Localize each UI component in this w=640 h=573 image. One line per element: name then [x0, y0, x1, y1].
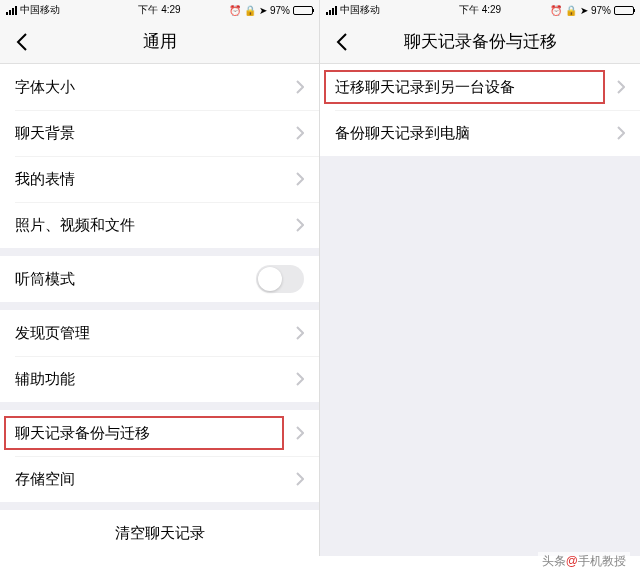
chevron-right-icon — [296, 172, 304, 186]
battery-icon — [293, 6, 313, 15]
location-icon: ➤ — [259, 5, 267, 16]
settings-row[interactable]: 我的表情 — [0, 156, 319, 202]
backup-list: 迁移聊天记录到另一台设备 备份聊天记录到电脑 — [320, 64, 640, 556]
page-title: 通用 — [143, 30, 177, 53]
row-label: 照片、视频和文件 — [15, 216, 135, 235]
battery-icon — [614, 6, 634, 15]
row-label: 聊天背景 — [15, 124, 75, 143]
carrier-label: 中国移动 — [20, 3, 60, 17]
chevron-right-icon — [617, 126, 625, 140]
settings-row[interactable]: 存储空间 — [0, 456, 319, 502]
chevron-right-icon — [296, 472, 304, 486]
settings-row[interactable]: 备份聊天记录到电脑 — [320, 110, 640, 156]
row-label: 备份聊天记录到电脑 — [335, 124, 470, 143]
chevron-right-icon — [617, 80, 625, 94]
settings-row[interactable]: 聊天背景 — [0, 110, 319, 156]
row-label: 存储空间 — [15, 470, 75, 489]
settings-row[interactable]: 辅助功能 — [0, 356, 319, 402]
row-label: 聊天记录备份与迁移 — [15, 424, 150, 443]
lock-icon: 🔒 — [565, 5, 577, 16]
location-icon: ➤ — [580, 5, 588, 16]
settings-row[interactable]: 聊天记录备份与迁移 — [0, 410, 319, 456]
status-bar: 中国移动 下午 4:29 ⏰ 🔒 ➤ 97% — [320, 0, 640, 20]
page-title: 聊天记录备份与迁移 — [404, 30, 557, 53]
chevron-right-icon — [296, 126, 304, 140]
chevron-right-icon — [296, 80, 304, 94]
carrier-label: 中国移动 — [340, 3, 380, 17]
back-button[interactable] — [330, 30, 354, 54]
settings-row[interactable]: 照片、视频和文件 — [0, 202, 319, 248]
lock-icon: 🔒 — [244, 5, 256, 16]
settings-row[interactable]: 听筒模式 — [0, 256, 319, 302]
battery-pct: 97% — [591, 5, 611, 16]
chevron-right-icon — [296, 426, 304, 440]
row-label: 迁移聊天记录到另一台设备 — [335, 78, 515, 97]
settings-list: 字体大小 聊天背景 我的表情 照片、视频和文件 听筒模式 发现页管理 辅助功能 … — [0, 64, 319, 556]
settings-row[interactable]: 发现页管理 — [0, 310, 319, 356]
alarm-icon: ⏰ — [229, 5, 241, 16]
row-label: 字体大小 — [15, 78, 75, 97]
battery-pct: 97% — [270, 5, 290, 16]
phone-right: 中国移动 下午 4:29 ⏰ 🔒 ➤ 97% 聊天记录备份与迁移 迁移聊天记录到… — [320, 0, 640, 556]
back-button[interactable] — [10, 30, 34, 54]
row-label: 听筒模式 — [15, 270, 75, 289]
chevron-right-icon — [296, 218, 304, 232]
nav-bar: 通用 — [0, 20, 319, 64]
row-label: 辅助功能 — [15, 370, 75, 389]
settings-row[interactable]: 迁移聊天记录到另一台设备 — [320, 64, 640, 110]
status-bar: 中国移动 下午 4:29 ⏰ 🔒 ➤ 97% — [0, 0, 319, 20]
chevron-right-icon — [296, 326, 304, 340]
nav-bar: 聊天记录备份与迁移 — [320, 20, 640, 64]
signal-icon — [326, 6, 337, 15]
chevron-right-icon — [296, 372, 304, 386]
clear-history-button[interactable]: 清空聊天记录 — [0, 510, 319, 556]
status-time: 下午 4:29 — [459, 3, 501, 17]
phone-left: 中国移动 下午 4:29 ⏰ 🔒 ➤ 97% 通用 字体大小 聊天背景 我的表 — [0, 0, 320, 556]
signal-icon — [6, 6, 17, 15]
status-time: 下午 4:29 — [138, 3, 180, 17]
toggle-switch[interactable] — [256, 265, 304, 293]
watermark: 头条@手机教授 — [538, 552, 630, 571]
alarm-icon: ⏰ — [550, 5, 562, 16]
row-label: 我的表情 — [15, 170, 75, 189]
settings-row[interactable]: 字体大小 — [0, 64, 319, 110]
row-label: 发现页管理 — [15, 324, 90, 343]
